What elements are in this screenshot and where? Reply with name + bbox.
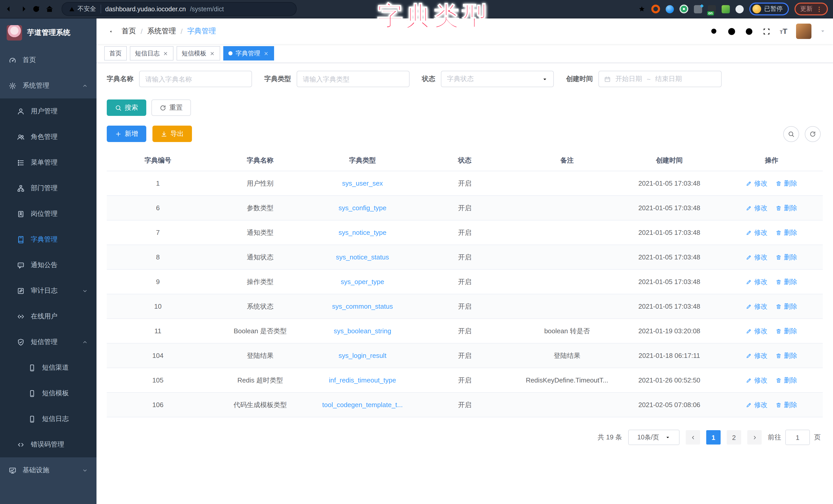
- breadcrumb-home[interactable]: 首页: [122, 27, 136, 36]
- edit-link[interactable]: 修改: [746, 302, 767, 311]
- edit-link[interactable]: 修改: [746, 203, 767, 212]
- edit-link[interactable]: 修改: [746, 376, 767, 385]
- sidebar-item-posts[interactable]: 岗位管理: [0, 201, 96, 227]
- dict-type-link[interactable]: sys_notice_type: [338, 229, 386, 236]
- site-security[interactable]: 不安全: [69, 5, 101, 13]
- search-button[interactable]: 搜索: [107, 99, 146, 116]
- dict-type-link[interactable]: sys_oper_type: [341, 278, 384, 285]
- sidebar-item-sms-template[interactable]: 短信模板: [0, 380, 96, 406]
- sidebar-item-roles[interactable]: 角色管理: [0, 124, 96, 150]
- search-icon[interactable]: [710, 27, 719, 35]
- edit-link[interactable]: 修改: [746, 277, 767, 286]
- browser-home-icon[interactable]: [45, 5, 54, 13]
- dict-type-link[interactable]: sys_common_status: [332, 303, 393, 310]
- address-bar[interactable]: 不安全 dashboard.yudao.iocoder.cn/system/di…: [62, 2, 297, 16]
- close-icon[interactable]: [209, 51, 215, 56]
- dict-type-link[interactable]: sys_config_type: [338, 204, 386, 212]
- delete-link[interactable]: 删除: [776, 351, 797, 360]
- font-size-icon[interactable]: TT: [780, 27, 787, 35]
- delete-link[interactable]: 删除: [776, 277, 797, 286]
- avatar-caret-icon[interactable]: [820, 29, 825, 34]
- dict-type-link[interactable]: sys_user_sex: [342, 179, 383, 187]
- extension-dark-icon[interactable]: on: [708, 5, 716, 13]
- delete-link[interactable]: 删除: [776, 376, 797, 385]
- breadcrumb-system[interactable]: 系统管理: [147, 27, 176, 36]
- sidebar-item-menus[interactable]: 菜单管理: [0, 150, 96, 175]
- delete-link[interactable]: 删除: [776, 253, 797, 262]
- help-icon[interactable]: [745, 27, 754, 35]
- edit-link[interactable]: 修改: [746, 351, 767, 360]
- bookmark-star-icon[interactable]: [638, 5, 646, 13]
- tab-sms-log[interactable]: 短信日志: [130, 46, 173, 60]
- reset-button[interactable]: 重置: [151, 99, 191, 116]
- extension-blue-icon[interactable]: [666, 5, 674, 13]
- page-button-1[interactable]: 1: [706, 430, 721, 445]
- paused-extension-pill[interactable]: 已暂停: [749, 3, 789, 16]
- edit-link[interactable]: 修改: [746, 228, 767, 237]
- close-icon[interactable]: [263, 51, 269, 56]
- dict-type-link[interactable]: sys_notice_status: [336, 253, 389, 261]
- user-avatar[interactable]: [796, 24, 811, 39]
- github-icon[interactable]: [728, 27, 736, 35]
- edit-link[interactable]: 修改: [746, 253, 767, 262]
- extension-grid-icon[interactable]: [694, 5, 702, 13]
- close-icon[interactable]: [163, 51, 168, 56]
- dict-type-link[interactable]: sys_boolean_string: [334, 327, 391, 335]
- extension-puzzle-icon[interactable]: [736, 5, 744, 13]
- edit-link[interactable]: 修改: [746, 179, 767, 188]
- extension-green2-icon[interactable]: [722, 5, 730, 13]
- sidebar-item-infrastructure[interactable]: 基础设施: [0, 457, 96, 483]
- dict-type-input[interactable]: [297, 71, 410, 87]
- fullscreen-icon[interactable]: [762, 27, 771, 35]
- dict-name-input[interactable]: [139, 71, 252, 87]
- tab-dict-active[interactable]: 字典管理: [223, 46, 274, 60]
- delete-link[interactable]: 删除: [776, 179, 797, 188]
- dict-type-link[interactable]: inf_redis_timeout_type: [329, 376, 396, 384]
- extension-green-icon[interactable]: [680, 5, 688, 13]
- export-button[interactable]: 导出: [152, 126, 192, 142]
- sidebar-item-departments[interactable]: 部门管理: [0, 175, 96, 201]
- sidebar-item-error-code[interactable]: 错误码管理: [0, 432, 96, 457]
- sidebar-toggle-icon[interactable]: [104, 26, 114, 36]
- delete-link[interactable]: 删除: [776, 400, 797, 409]
- browser-forward-icon[interactable]: [19, 5, 27, 13]
- breadcrumb-current[interactable]: 字典管理: [187, 27, 216, 36]
- dict-type-link[interactable]: tool_codegen_template_t...: [322, 401, 403, 409]
- sidebar-item-home[interactable]: 首页: [0, 47, 96, 73]
- delete-link[interactable]: 删除: [776, 203, 797, 212]
- extension-orange-icon[interactable]: [651, 5, 660, 13]
- delete-link[interactable]: 删除: [776, 326, 797, 335]
- goto-page-input[interactable]: [785, 430, 810, 445]
- refresh-table-button[interactable]: [805, 126, 821, 142]
- browser-reload-icon[interactable]: [32, 5, 41, 13]
- tab-home[interactable]: 首页: [104, 46, 127, 60]
- app-logo-row[interactable]: 芋道管理系统: [0, 19, 96, 47]
- sidebar-item-online-users[interactable]: 在线用户: [0, 304, 96, 329]
- sidebar-item-dict[interactable]: 字典管理: [0, 227, 96, 252]
- next-page-button[interactable]: [747, 430, 762, 445]
- tab-sms-template[interactable]: 短信模板: [176, 46, 220, 60]
- browser-menu-icon[interactable]: ⋮: [816, 5, 822, 12]
- browser-update-button[interactable]: 更新 ⋮: [794, 3, 828, 16]
- edit-link[interactable]: 修改: [746, 400, 767, 409]
- toggle-search-button[interactable]: [783, 126, 799, 142]
- sidebar-item-sms-log[interactable]: 短信日志: [0, 406, 96, 432]
- date-range-picker[interactable]: 开始日期 ~ 结束日期: [598, 71, 722, 87]
- sidebar-item-sms[interactable]: 短信管理: [0, 329, 96, 355]
- sidebar-item-notice[interactable]: 通知公告: [0, 252, 96, 278]
- page-button-2[interactable]: 2: [727, 430, 741, 445]
- sidebar-item-system[interactable]: 系统管理: [0, 73, 96, 98]
- edit-link[interactable]: 修改: [746, 326, 767, 335]
- sidebar-item-users[interactable]: 用户管理: [0, 98, 96, 124]
- dict-type-link[interactable]: sys_login_result: [338, 352, 386, 359]
- page-size-select[interactable]: 10条/页: [628, 430, 680, 445]
- browser-back-icon[interactable]: [5, 5, 14, 13]
- table-row: 6 参数类型 sys_config_type 开启 2021-01-05 17:…: [107, 196, 823, 220]
- sidebar-item-sms-channel[interactable]: 短信渠道: [0, 355, 96, 380]
- status-select[interactable]: 字典状态: [441, 71, 554, 87]
- delete-link[interactable]: 删除: [776, 302, 797, 311]
- delete-link[interactable]: 删除: [776, 228, 797, 237]
- add-button[interactable]: 新增: [107, 126, 146, 142]
- prev-page-button[interactable]: [686, 430, 700, 445]
- sidebar-item-audit-log[interactable]: 审计日志: [0, 278, 96, 304]
